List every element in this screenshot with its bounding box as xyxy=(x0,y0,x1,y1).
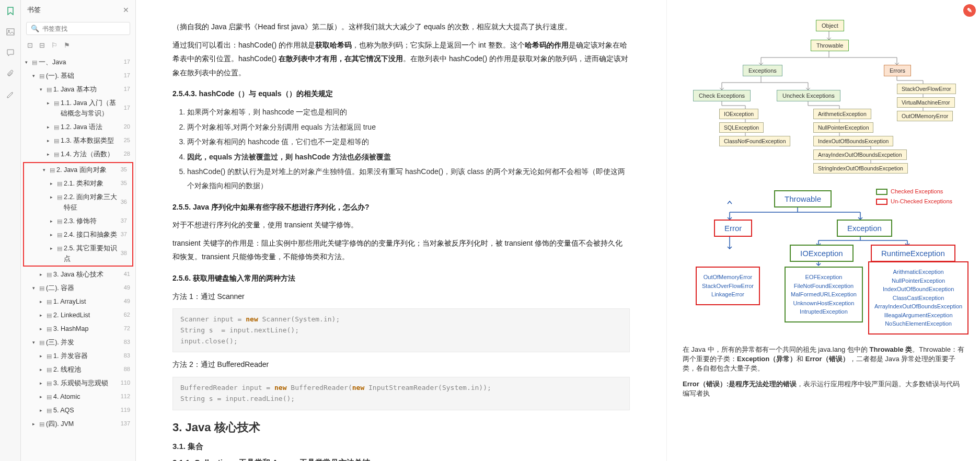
tool-expand-icon[interactable]: ⊟ xyxy=(39,41,45,49)
tree-item[interactable]: ▸▤1.4. 方法（函数）28 xyxy=(21,147,135,161)
close-icon[interactable]: ✕ xyxy=(123,6,129,14)
tree-item[interactable]: ▾▤(一). 基础17 xyxy=(21,69,135,83)
caret-icon[interactable]: ▸ xyxy=(50,193,55,201)
diagram-node: IndexOutOfBoundsException xyxy=(813,136,893,146)
caret-icon[interactable]: ▾ xyxy=(43,166,48,174)
caret-icon[interactable]: ▾ xyxy=(25,59,30,66)
caret-icon[interactable]: ▸ xyxy=(40,312,45,319)
caret-icon[interactable]: ▸ xyxy=(40,393,45,400)
code-block: BufferedReader input = new BufferedReade… xyxy=(172,377,630,410)
tree-label: (三). 并发 xyxy=(46,337,74,348)
tree-item[interactable]: ▾▤(二). 容器49 xyxy=(21,281,135,295)
caret-icon[interactable]: ▸ xyxy=(47,151,52,158)
attachment-icon[interactable] xyxy=(6,69,15,78)
doc-icon: ▤ xyxy=(57,179,62,189)
tree-label: 3. 乐观锁与悲观锁 xyxy=(53,378,108,388)
tree-item[interactable]: ▸▤3. HashMap72 xyxy=(21,322,135,336)
tree-item[interactable]: ▸▤5. AQS119 xyxy=(21,404,135,417)
edit-icon[interactable] xyxy=(6,90,15,99)
tree-label: 2. Java 面向对象 xyxy=(56,165,107,175)
tree-item[interactable]: ▸▤(四). JVM137 xyxy=(21,417,135,431)
page-number: 20 xyxy=(121,122,130,132)
doc-icon: ▤ xyxy=(57,230,62,240)
caret-icon[interactable]: ▸ xyxy=(40,325,45,332)
doc-icon: ▤ xyxy=(47,393,52,402)
comment-icon[interactable] xyxy=(6,48,15,57)
tool-flag-icon[interactable]: ⚑ xyxy=(64,41,70,49)
tree-item[interactable]: ▾▤一、Java17 xyxy=(21,55,135,69)
exception-hierarchy-diagram-2: Throwable Error Exception IOException Ru… xyxy=(683,188,964,335)
section-heading: 2.5.4.3. hashCode（）与 equals（）的相关规定 xyxy=(172,87,630,101)
tree-item[interactable]: ▸▤2.2. 面向对象三大特征36 xyxy=(24,190,132,214)
caret-icon[interactable]: ▾ xyxy=(32,284,38,292)
tree-label: 2.4. 接口和抽象类 xyxy=(64,229,117,240)
sidebar-tools: ⊡ ⊟ ⚐ ⚑ xyxy=(21,39,135,53)
tree-item[interactable]: ▾▤(三). 并发83 xyxy=(21,336,135,349)
tree-item[interactable]: ▸▤2. LinkedList62 xyxy=(21,308,135,322)
caret-icon[interactable]: ▸ xyxy=(50,180,55,187)
tool-bookmark-icon[interactable]: ⚐ xyxy=(51,41,57,49)
caret-icon[interactable]: ▸ xyxy=(47,99,52,107)
diagram-node: Uncheck Exceptions xyxy=(777,90,840,101)
caret-icon[interactable]: ▸ xyxy=(50,245,55,252)
caret-icon[interactable]: ▸ xyxy=(32,420,38,428)
caret-icon[interactable]: ▸ xyxy=(40,407,45,414)
floating-action-button[interactable]: ✎ xyxy=(963,4,976,17)
caret-icon[interactable]: ▾ xyxy=(32,72,38,79)
caret-icon[interactable]: ▸ xyxy=(47,137,52,144)
tree-label: 2.2. 面向对象三大特征 xyxy=(64,192,118,213)
tree-item[interactable]: ▸▤4. Atomic112 xyxy=(21,390,135,404)
caret-icon[interactable]: ▸ xyxy=(50,217,55,225)
tree-label: 1.2. Java 语法 xyxy=(61,122,102,132)
tree-item[interactable]: ▸▤3. 乐观锁与悲观锁110 xyxy=(21,376,135,390)
search-input[interactable] xyxy=(42,25,125,32)
page-number: 37 xyxy=(118,230,127,239)
caret-icon[interactable]: ▸ xyxy=(40,379,45,387)
tree-item[interactable]: ▸▤2.4. 接口和抽象类37 xyxy=(24,228,132,241)
caret-icon[interactable]: ▾ xyxy=(40,86,45,93)
bookmark-icon[interactable] xyxy=(6,6,15,16)
diagram-node: Errors xyxy=(884,65,911,76)
caret-icon[interactable]: ▸ xyxy=(40,271,45,278)
tree-item[interactable]: ▾▤1. Java 基本功17 xyxy=(21,83,135,96)
tree-item[interactable]: ▸▤1. ArrayList49 xyxy=(21,295,135,308)
list-item: 如果两个对象相等，则 hashcode 一定也是相同的 xyxy=(187,105,630,119)
tree-label: 2.1. 类和对象 xyxy=(64,178,103,189)
page-number: 37 xyxy=(118,216,127,226)
tree-item[interactable]: ▸▤2. 线程池88 xyxy=(21,363,135,376)
caret-icon[interactable]: ▾ xyxy=(32,339,38,346)
tree-item[interactable]: ▸▤2.3. 修饰符37 xyxy=(24,214,132,228)
tree-item[interactable]: ▸▤1.3. 基本数据类型25 xyxy=(21,134,135,147)
tree-label: 4. Atomic xyxy=(53,391,80,402)
caret-icon[interactable]: ▸ xyxy=(40,366,45,373)
tree-item[interactable]: ▸▤3. Java 核心技术41 xyxy=(21,268,135,281)
tool-collapse-icon[interactable]: ⊡ xyxy=(27,41,33,49)
tree-label: 3. HashMap xyxy=(53,324,88,334)
tree-label: (二). 容器 xyxy=(46,283,74,293)
diagram-node: RuntimeException xyxy=(871,245,955,262)
heading-3: 3.1. 集合 xyxy=(172,442,630,452)
tree-label: (四). JVM xyxy=(46,419,74,429)
diagram-node: Exception xyxy=(837,220,892,237)
tree-item[interactable]: ▸▤1. 并发容器83 xyxy=(21,349,135,363)
doc-icon: ▤ xyxy=(57,217,62,226)
paragraph: 通过我们可以看出：hashCode() 的作用就是获取哈希码，也称为散列码；它实… xyxy=(172,38,630,80)
caret-icon[interactable]: ▸ xyxy=(40,298,45,305)
diagram-node: Check Exceptions xyxy=(693,90,751,101)
tree-item[interactable]: ▸▤1.2. Java 语法20 xyxy=(21,120,135,134)
tree-item[interactable]: ▸▤2.5. 其它重要知识点38 xyxy=(24,241,132,266)
caret-icon[interactable]: ▸ xyxy=(50,231,55,238)
bookmark-search[interactable]: 🔍 xyxy=(26,22,130,35)
caret-icon[interactable]: ▸ xyxy=(40,352,45,360)
section-heading: 2.5.5. Java 序列化中如果有些字段不想进行序列化，怎么办? xyxy=(172,200,630,214)
tree-item[interactable]: ▸▤1.1. Java 入门（基础概念与常识）17 xyxy=(21,96,135,120)
tree-label: 1. ArrayList xyxy=(53,296,86,307)
sidebar-title: 书签 xyxy=(27,5,41,15)
document-page-right: Object Throwable Exceptions Errors Check… xyxy=(666,0,980,461)
tree-item[interactable]: ▾▤2. Java 面向对象35 xyxy=(24,163,132,177)
tree-label: 1.1. Java 入门（基础概念与常识） xyxy=(61,98,121,119)
image-icon[interactable] xyxy=(6,27,15,37)
paragraph: transient 关键字的作用是：阻止实例中那些用此关键字修饰的的变量序列化；… xyxy=(172,236,630,264)
caret-icon[interactable]: ▸ xyxy=(47,123,52,131)
tree-item[interactable]: ▸▤2.1. 类和对象35 xyxy=(24,177,132,190)
